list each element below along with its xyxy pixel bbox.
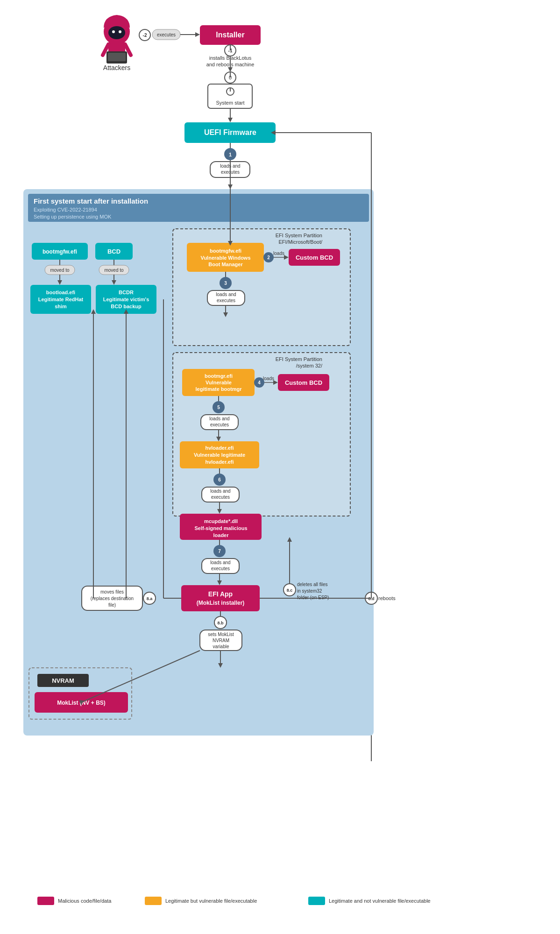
svg-rect-131 bbox=[181, 585, 260, 611]
svg-text:loads and: loads and bbox=[209, 416, 229, 421]
svg-text:EFI App: EFI App bbox=[208, 590, 233, 598]
svg-text:8.a: 8.a bbox=[147, 596, 153, 601]
svg-text:moved to: moved to bbox=[50, 268, 70, 273]
svg-text:Attackers: Attackers bbox=[103, 64, 130, 71]
svg-text:/system 32/: /system 32/ bbox=[296, 363, 323, 368]
svg-text:hvloader.efi: hvloader.efi bbox=[205, 445, 234, 451]
svg-text:System start: System start bbox=[216, 100, 244, 106]
svg-text:shim: shim bbox=[55, 304, 67, 309]
svg-text:Self-signed malicious: Self-signed malicious bbox=[194, 525, 247, 531]
svg-text:loader: loader bbox=[213, 532, 229, 538]
svg-text:Custom BCD: Custom BCD bbox=[285, 379, 322, 386]
svg-text:folder (on ESP): folder (on ESP) bbox=[297, 595, 329, 600]
svg-text:Legitimate victim's: Legitimate victim's bbox=[103, 297, 149, 302]
svg-text:executes: executes bbox=[217, 298, 235, 303]
svg-text:in system32: in system32 bbox=[297, 588, 322, 594]
svg-text:BCDR: BCDR bbox=[119, 290, 134, 295]
svg-text:executes: executes bbox=[211, 495, 230, 500]
svg-text:3: 3 bbox=[224, 281, 227, 286]
svg-text:Setting up persistence using M: Setting up persistence using MOK bbox=[34, 214, 112, 219]
svg-text:loads: loads bbox=[263, 376, 274, 381]
svg-text:bootmgfw.efi: bootmgfw.efi bbox=[210, 248, 241, 254]
svg-text:EFI System Partition: EFI System Partition bbox=[276, 233, 322, 238]
svg-text:Legitimate but vulnerable file: Legitimate but vulnerable file/executabl… bbox=[165, 898, 257, 904]
svg-text:Vulnerable Windows: Vulnerable Windows bbox=[200, 255, 250, 261]
svg-rect-198 bbox=[145, 897, 162, 905]
svg-text:EFI/Microsoft/Boot/: EFI/Microsoft/Boot/ bbox=[278, 239, 322, 245]
svg-text:NVRAM: NVRAM bbox=[52, 677, 74, 684]
svg-point-13 bbox=[119, 30, 121, 33]
svg-text:moves files: moves files bbox=[100, 589, 124, 594]
svg-text:loads and: loads and bbox=[216, 292, 236, 297]
svg-text:First system start after insta: First system start after installation bbox=[34, 197, 148, 205]
svg-text:bootmgfw.efi: bootmgfw.efi bbox=[43, 248, 77, 255]
svg-text:variable: variable bbox=[213, 644, 229, 649]
svg-text:mcupdate*.dll: mcupdate*.dll bbox=[204, 518, 238, 524]
svg-text:BCD backup: BCD backup bbox=[111, 304, 142, 309]
svg-rect-200 bbox=[308, 897, 325, 905]
svg-text:moved to: moved to bbox=[104, 268, 124, 273]
svg-text:2: 2 bbox=[267, 255, 270, 260]
svg-text:-2: -2 bbox=[143, 33, 147, 38]
svg-text:hvloader.efi: hvloader.efi bbox=[205, 459, 234, 465]
svg-text:Vulnerable: Vulnerable bbox=[206, 380, 232, 385]
svg-text:Legitimate and not vulnerable : Legitimate and not vulnerable file/execu… bbox=[329, 898, 431, 904]
svg-text:Installer: Installer bbox=[216, 31, 244, 39]
svg-text:4: 4 bbox=[258, 380, 261, 385]
svg-text:7: 7 bbox=[218, 549, 221, 554]
svg-text:1: 1 bbox=[229, 152, 232, 157]
svg-text:executes: executes bbox=[211, 566, 230, 571]
svg-text:sets MokList: sets MokList bbox=[208, 632, 234, 637]
svg-text:reboots: reboots bbox=[378, 595, 396, 601]
svg-rect-196 bbox=[37, 897, 54, 905]
svg-text:Legitimate RedHat: Legitimate RedHat bbox=[38, 297, 84, 302]
svg-text:loads and: loads and bbox=[210, 560, 230, 565]
svg-text:NVRAM: NVRAM bbox=[213, 638, 229, 643]
svg-text:loads and: loads and bbox=[210, 488, 230, 494]
svg-text:BCD: BCD bbox=[107, 248, 121, 255]
svg-point-11 bbox=[108, 26, 125, 39]
svg-text:deletes all files: deletes all files bbox=[297, 582, 328, 587]
svg-text:5: 5 bbox=[217, 405, 220, 410]
svg-text:Exploiting CVE-2022-21894: Exploiting CVE-2022-21894 bbox=[34, 207, 97, 212]
svg-text:executes: executes bbox=[157, 32, 176, 37]
svg-text:(MokList installer): (MokList installer) bbox=[197, 600, 245, 606]
svg-text:(replaces destination: (replaces destination bbox=[91, 596, 134, 601]
svg-text:loads: loads bbox=[273, 251, 284, 256]
svg-text:UEFI Firmware: UEFI Firmware bbox=[204, 128, 256, 136]
svg-text:Custom BCD: Custom BCD bbox=[296, 254, 333, 261]
svg-text:bootmgr.efi: bootmgr.efi bbox=[205, 373, 233, 379]
svg-text:6: 6 bbox=[218, 477, 221, 482]
svg-text:file): file) bbox=[108, 602, 116, 608]
svg-text:bootload.efi: bootload.efi bbox=[46, 290, 75, 295]
svg-text:legitimate bootmgr: legitimate bootmgr bbox=[195, 386, 242, 392]
svg-text:executes: executes bbox=[210, 422, 229, 427]
svg-text:Boot Manager: Boot Manager bbox=[208, 262, 243, 267]
svg-rect-16 bbox=[108, 53, 126, 61]
svg-point-12 bbox=[112, 30, 115, 33]
svg-text:Vulnerable legitimate: Vulnerable legitimate bbox=[194, 452, 245, 458]
svg-text:8.c: 8.c bbox=[287, 588, 293, 593]
svg-text:8.b: 8.b bbox=[217, 621, 224, 625]
svg-text:Malicious code/file/data: Malicious code/file/data bbox=[58, 898, 112, 904]
svg-text:EFI System Partition: EFI System Partition bbox=[276, 356, 322, 362]
